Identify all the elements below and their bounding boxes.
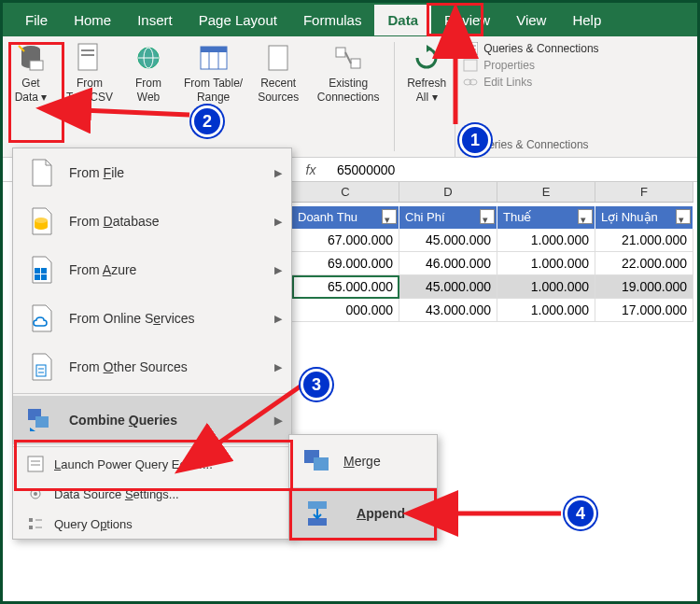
menu-combine-queries[interactable]: Combine Queries▶ bbox=[13, 396, 291, 444]
th-doanh-thu[interactable]: Doanh Thu bbox=[292, 206, 399, 229]
svg-rect-46 bbox=[314, 457, 329, 471]
submenu-append[interactable]: Append bbox=[289, 487, 437, 540]
properties-icon bbox=[463, 59, 478, 72]
cell[interactable]: 67.000.000 bbox=[292, 229, 399, 252]
col-header-c[interactable]: C bbox=[292, 182, 399, 202]
tab-page-layout[interactable]: Page Layout bbox=[186, 5, 290, 35]
svg-rect-35 bbox=[35, 416, 49, 428]
table-header-row: Doanh Thu Chi Phí Thuế Lợi Nhuận bbox=[292, 206, 693, 229]
menu-launch-pq-editor[interactable]: Launch Power Query Editor... bbox=[13, 449, 291, 479]
svg-rect-28 bbox=[41, 268, 47, 274]
svg-rect-14 bbox=[269, 46, 287, 70]
table-row: 69.000.00046.000.0001.000.00022.000.000 bbox=[292, 252, 693, 275]
svg-rect-29 bbox=[35, 274, 40, 280]
recent-sources-button[interactable]: Recent Sources bbox=[250, 36, 306, 157]
table-row: 000.00043.000.0001.000.00017.000.000 bbox=[292, 299, 693, 322]
merge-icon bbox=[302, 448, 332, 475]
properties-button[interactable]: Properties bbox=[463, 57, 598, 74]
link-icon bbox=[463, 76, 478, 89]
menu-from-other-sources[interactable]: From Other Sources▶ bbox=[13, 343, 291, 391]
gear-icon bbox=[26, 485, 45, 503]
tab-insert[interactable]: Insert bbox=[124, 5, 186, 35]
cell[interactable]: 19.000.000 bbox=[595, 275, 693, 299]
cell[interactable]: 21.000.000 bbox=[595, 229, 693, 252]
tab-view[interactable]: View bbox=[503, 5, 559, 35]
tab-review[interactable]: Review bbox=[431, 5, 503, 35]
cell[interactable]: 1.000.000 bbox=[497, 299, 595, 322]
svg-rect-47 bbox=[308, 501, 327, 509]
file-icon bbox=[26, 158, 56, 188]
svg-rect-11 bbox=[201, 47, 227, 52]
database-icon bbox=[26, 206, 56, 236]
svg-rect-41 bbox=[29, 518, 33, 522]
cell[interactable]: 1.000.000 bbox=[497, 229, 595, 252]
options-icon bbox=[26, 514, 45, 533]
table-icon bbox=[198, 42, 230, 74]
cell[interactable]: 46.000.000 bbox=[399, 252, 497, 275]
svg-rect-21 bbox=[464, 60, 477, 71]
cell[interactable]: 45.000.000 bbox=[399, 275, 497, 299]
svg-rect-42 bbox=[29, 526, 33, 529]
tab-file[interactable]: File bbox=[12, 5, 61, 35]
menu-query-options[interactable]: Query Options bbox=[13, 509, 291, 539]
col-header-e[interactable]: E bbox=[497, 182, 595, 202]
svg-rect-30 bbox=[41, 274, 47, 280]
chevron-right-icon: ▶ bbox=[274, 216, 282, 228]
connection-icon bbox=[332, 42, 364, 74]
cell[interactable]: 1.000.000 bbox=[497, 275, 595, 299]
combine-icon bbox=[26, 405, 56, 435]
menu-from-azure[interactable]: From Azure▶ bbox=[13, 246, 291, 294]
cell[interactable]: 43.000.000 bbox=[399, 299, 497, 322]
filter-dropdown-icon[interactable] bbox=[382, 209, 397, 224]
tab-home[interactable]: Home bbox=[61, 5, 124, 35]
menu-from-file[interactable]: From File▶ bbox=[13, 148, 291, 197]
th-chi-phi[interactable]: Chi Phí bbox=[399, 206, 497, 229]
refresh-icon bbox=[411, 42, 442, 74]
cell[interactable]: 1.000.000 bbox=[497, 252, 595, 275]
tab-formulas[interactable]: Formulas bbox=[290, 5, 375, 35]
badge-1: 1 bbox=[459, 124, 491, 156]
chevron-right-icon: ▶ bbox=[274, 264, 282, 276]
filter-dropdown-icon[interactable] bbox=[480, 209, 495, 224]
menu-from-online-services[interactable]: From Online Services▶ bbox=[13, 294, 291, 343]
col-header-f[interactable]: F bbox=[595, 182, 693, 202]
cell[interactable]: 000.000 bbox=[292, 299, 399, 322]
svg-rect-5 bbox=[81, 49, 94, 51]
filter-dropdown-icon[interactable] bbox=[676, 209, 691, 224]
cell[interactable]: 22.000.000 bbox=[595, 252, 693, 275]
cell[interactable]: 65.000.000 bbox=[292, 275, 399, 299]
ribbon-data: Get Data ▾ From Text/CSV From Web From T… bbox=[3, 36, 697, 158]
list-icon bbox=[463, 42, 478, 55]
formula-input[interactable]: 65000000 bbox=[329, 162, 697, 177]
badge-4: 4 bbox=[565, 498, 596, 529]
table-row: 65.000.00045.000.0001.000.00019.000.000 bbox=[292, 275, 693, 299]
existing-connections-button[interactable]: Existing Connections bbox=[306, 36, 390, 157]
tab-help[interactable]: Help bbox=[559, 5, 614, 35]
from-text-button[interactable]: From Text/CSV bbox=[59, 36, 120, 157]
from-table-button[interactable]: From Table/ Range bbox=[176, 36, 250, 157]
table-row: 67.000.00045.000.0001.000.00021.000.000 bbox=[292, 229, 693, 252]
cell[interactable]: 69.000.000 bbox=[292, 252, 399, 275]
fx-label[interactable]: fx bbox=[292, 162, 329, 177]
svg-rect-27 bbox=[35, 268, 40, 274]
filter-dropdown-icon[interactable] bbox=[578, 209, 593, 224]
ribbon-tabs: File Home Insert Page Layout Formulas Da… bbox=[3, 3, 697, 36]
svg-rect-18 bbox=[463, 42, 478, 55]
cell[interactable]: 45.000.000 bbox=[399, 229, 497, 252]
th-thue[interactable]: Thuế bbox=[497, 206, 595, 229]
from-web-button[interactable]: From Web bbox=[120, 36, 176, 157]
svg-point-40 bbox=[34, 492, 37, 496]
tab-data[interactable]: Data bbox=[374, 5, 431, 35]
menu-from-database[interactable]: From Database▶ bbox=[13, 197, 291, 246]
menu-data-source-settings[interactable]: Data Source Settings... bbox=[13, 479, 291, 509]
get-data-button[interactable]: Get Data ▾ bbox=[3, 36, 59, 157]
col-header-d[interactable]: D bbox=[399, 182, 497, 202]
cell[interactable]: 17.000.000 bbox=[595, 299, 693, 322]
svg-point-26 bbox=[35, 218, 48, 223]
queries-connections-button[interactable]: Queries & Connections bbox=[463, 40, 598, 57]
edit-links-button[interactable]: Edit Links bbox=[463, 74, 598, 91]
badge-2: 2 bbox=[191, 105, 223, 137]
submenu-merge[interactable]: Merge bbox=[289, 435, 437, 487]
refresh-all-button[interactable]: Refresh All ▾ bbox=[399, 36, 455, 157]
th-loi-nhuan[interactable]: Lợi Nhuận bbox=[595, 206, 693, 229]
